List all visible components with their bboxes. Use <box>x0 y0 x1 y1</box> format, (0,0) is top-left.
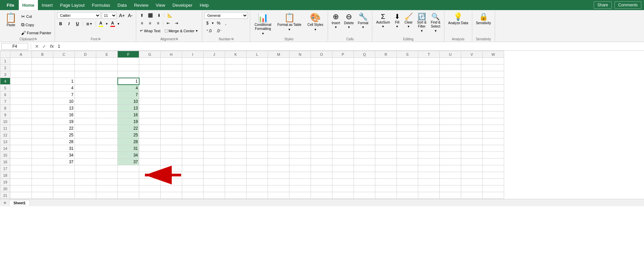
cell-U11[interactable] <box>440 125 461 132</box>
cell-T19[interactable] <box>418 179 440 185</box>
currency-dropdown[interactable]: ▼ <box>211 22 214 25</box>
cell-E19[interactable] <box>96 179 118 185</box>
cell-T10[interactable] <box>418 118 440 125</box>
cell-A11[interactable] <box>10 125 32 132</box>
conditional-formatting-button[interactable]: 📊 ConditionalFormatting ▼ <box>252 12 274 36</box>
conditional-formatting-dropdown[interactable]: ▼ <box>262 32 265 35</box>
cell-G3[interactable] <box>139 71 161 78</box>
cell-A14[interactable] <box>10 145 32 152</box>
cell-C7[interactable]: 10 <box>53 98 75 105</box>
cell-W7[interactable] <box>483 98 504 105</box>
cell-I6[interactable] <box>182 91 204 98</box>
row-header-17[interactable]: 17 <box>0 165 10 172</box>
cell-U20[interactable] <box>440 185 461 192</box>
cell-G21[interactable] <box>139 192 161 199</box>
cell-D8[interactable] <box>75 105 96 112</box>
cell-J5[interactable] <box>204 85 225 91</box>
cell-B20[interactable] <box>32 185 53 192</box>
cell-W17[interactable] <box>483 165 504 172</box>
cell-O1[interactable] <box>311 58 332 65</box>
font-size-select[interactable]: 11 <box>102 12 117 19</box>
clear-button[interactable]: 🧹 Clear ▼ <box>403 12 415 29</box>
cell-L15[interactable] <box>247 152 268 159</box>
cell-E16[interactable] <box>96 159 118 165</box>
cell-Q9[interactable] <box>354 112 375 118</box>
cell-styles-dropdown[interactable]: ▼ <box>314 28 317 31</box>
cell-G9[interactable] <box>139 112 161 118</box>
cell-P2[interactable] <box>332 65 354 71</box>
cell-O11[interactable] <box>311 125 332 132</box>
cell-R6[interactable] <box>375 91 397 98</box>
cell-B10[interactable] <box>32 118 53 125</box>
cell-A9[interactable] <box>10 112 32 118</box>
row-header-21[interactable]: 21 <box>0 192 10 199</box>
cell-J11[interactable] <box>204 125 225 132</box>
row-header-18[interactable]: 18 <box>0 172 10 179</box>
cell-L4[interactable] <box>247 78 268 85</box>
cell-E6[interactable] <box>96 91 118 98</box>
cell-V13[interactable] <box>461 138 483 145</box>
cell-U10[interactable] <box>440 118 461 125</box>
autosum-button[interactable]: Σ AutoSum ▼ <box>374 12 391 29</box>
cell-N8[interactable] <box>289 105 311 112</box>
cell-J10[interactable] <box>204 118 225 125</box>
cell-I7[interactable] <box>182 98 204 105</box>
cell-H13[interactable] <box>161 138 182 145</box>
cell-C20[interactable] <box>53 185 75 192</box>
cell-K5[interactable] <box>225 85 247 91</box>
cell-G13[interactable] <box>139 138 161 145</box>
cell-S14[interactable] <box>397 145 418 152</box>
cell-I12[interactable] <box>182 132 204 138</box>
col-header-e[interactable]: E <box>96 51 118 58</box>
cell-N11[interactable] <box>289 125 311 132</box>
italic-button[interactable]: I <box>65 20 73 27</box>
cell-M5[interactable] <box>268 85 289 91</box>
cell-K10[interactable] <box>225 118 247 125</box>
cell-U5[interactable] <box>440 85 461 91</box>
cell-K9[interactable] <box>225 112 247 118</box>
underline-button[interactable]: U <box>74 20 81 27</box>
cell-R21[interactable] <box>375 192 397 199</box>
col-header-a[interactable]: A <box>10 51 32 58</box>
cell-G7[interactable] <box>139 98 161 105</box>
paste-button[interactable]: 📋 Paste <box>3 12 18 28</box>
cell-M19[interactable] <box>268 179 289 185</box>
cell-S9[interactable] <box>397 112 418 118</box>
cell-E10[interactable] <box>96 118 118 125</box>
cell-D18[interactable] <box>75 172 96 179</box>
cell-J3[interactable] <box>204 71 225 78</box>
cell-W5[interactable] <box>483 85 504 91</box>
cell-R20[interactable] <box>375 185 397 192</box>
cell-N10[interactable] <box>289 118 311 125</box>
cell-M2[interactable] <box>268 65 289 71</box>
cell-I20[interactable] <box>182 185 204 192</box>
cell-V17[interactable] <box>461 165 483 172</box>
cell-N13[interactable] <box>289 138 311 145</box>
cell-R3[interactable] <box>375 71 397 78</box>
cell-U15[interactable] <box>440 152 461 159</box>
cell-C5[interactable]: 4 <box>53 85 75 91</box>
cell-J19[interactable] <box>204 179 225 185</box>
cell-B6[interactable] <box>32 91 53 98</box>
align-right-button[interactable]: ≡ <box>154 20 162 27</box>
cell-V15[interactable] <box>461 152 483 159</box>
cell-K3[interactable] <box>225 71 247 78</box>
cell-O5[interactable] <box>311 85 332 91</box>
cell-Q4[interactable] <box>354 78 375 85</box>
cell-N1[interactable] <box>289 58 311 65</box>
cell-P6[interactable] <box>332 91 354 98</box>
cell-Q15[interactable] <box>354 152 375 159</box>
sheet-tab-sheet1[interactable]: Sheet1 <box>9 200 30 206</box>
cell-H2[interactable] <box>161 65 182 71</box>
cell-S10[interactable] <box>397 118 418 125</box>
cell-W6[interactable] <box>483 91 504 98</box>
cell-U19[interactable] <box>440 179 461 185</box>
cell-K8[interactable] <box>225 105 247 112</box>
cell-V5[interactable] <box>461 85 483 91</box>
cell-L16[interactable] <box>247 159 268 165</box>
cell-V12[interactable] <box>461 132 483 138</box>
cell-N17[interactable] <box>289 165 311 172</box>
cell-L9[interactable] <box>247 112 268 118</box>
cell-H11[interactable] <box>161 125 182 132</box>
cell-S16[interactable] <box>397 159 418 165</box>
